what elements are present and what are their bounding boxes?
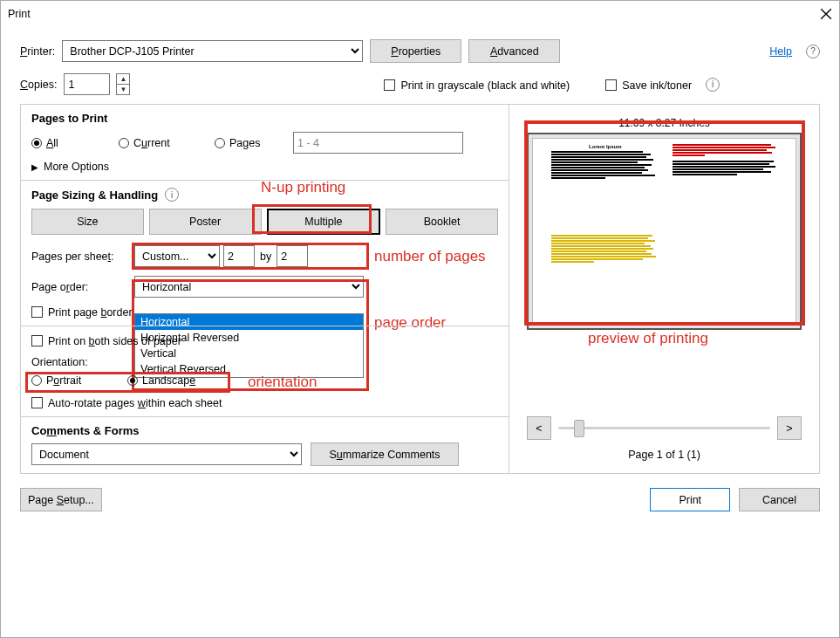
orientation-label: Orientation:: [31, 356, 498, 368]
page-indicator: Page 1 of 1 (1): [509, 445, 819, 473]
page-order-label: Page order:: [31, 281, 134, 293]
grayscale-checkbox[interactable]: Print in grayscale (black and white): [384, 78, 570, 92]
comments-select[interactable]: Document: [31, 443, 302, 465]
info-icon[interactable]: i: [165, 188, 179, 202]
printer-label: Printer:: [20, 45, 55, 58]
print-button[interactable]: Print: [650, 488, 730, 511]
window-title: Print: [8, 8, 820, 20]
radio-landscape[interactable]: Landscape: [127, 374, 232, 387]
print-page-border-checkbox[interactable]: Print page border: [31, 306, 133, 319]
pages-to-print-title: Pages to Print: [31, 112, 498, 125]
page-order-select[interactable]: Horizontal: [134, 276, 364, 298]
next-page-button[interactable]: >: [777, 416, 802, 440]
prev-page-button[interactable]: <: [527, 416, 551, 440]
advanced-button[interactable]: Advanced: [468, 39, 560, 63]
copies-label: Copies:: [20, 79, 57, 91]
close-icon[interactable]: [820, 8, 832, 20]
copies-input[interactable]: [64, 73, 110, 95]
more-options-toggle[interactable]: ▶ More Options: [31, 161, 498, 173]
summarize-comments-button[interactable]: Summarize Comments: [311, 442, 459, 466]
pps-by-label: by: [260, 250, 271, 263]
page-setup-button[interactable]: Page Setup...: [20, 488, 102, 511]
pages-per-sheet-label: Pages per sheet:: [31, 250, 134, 263]
annotation-preview: preview of printing: [588, 330, 708, 347]
info-icon[interactable]: i: [706, 78, 720, 92]
help-icon[interactable]: ?: [806, 45, 820, 58]
title-bar: Print: [1, 1, 839, 27]
tab-multiple[interactable]: Multiple: [267, 209, 381, 235]
annotation-nup: N-up printing: [261, 179, 345, 196]
save-ink-checkbox[interactable]: Save ink/toner: [605, 78, 692, 92]
annotation-orientation: orientation: [248, 374, 317, 391]
radio-pages[interactable]: Pages: [215, 136, 293, 149]
radio-portrait[interactable]: Portrait: [31, 374, 127, 387]
chevron-right-icon: ▶: [31, 162, 38, 172]
sizing-title: Page Sizing & Handling: [31, 189, 158, 202]
copies-spinner[interactable]: ▲▼: [116, 73, 130, 95]
print-preview: Lorem Ipsum: [527, 133, 802, 330]
pages-per-sheet-select[interactable]: Custom...: [134, 245, 220, 267]
print-both-sides-checkbox[interactable]: Print on both sides of paper: [31, 335, 181, 347]
printer-select[interactable]: Brother DCP-J105 Printer: [62, 40, 363, 62]
preview-dimensions: 11.69 x 8.27 Inches: [509, 105, 819, 129]
radio-current[interactable]: Current: [119, 136, 215, 149]
page-slider[interactable]: [558, 418, 770, 439]
page-range-input[interactable]: [293, 132, 463, 154]
help-link[interactable]: Help: [769, 45, 792, 58]
radio-all[interactable]: All: [31, 136, 119, 149]
pps-cols-input[interactable]: [223, 245, 255, 267]
cancel-button[interactable]: Cancel: [739, 488, 820, 511]
pps-rows-input[interactable]: [277, 245, 308, 267]
tab-size[interactable]: Size: [31, 209, 144, 235]
comments-title: Comments & Forms: [31, 424, 498, 437]
annotation-num-pages: number of pages: [374, 248, 486, 265]
properties-button[interactable]: Properties: [370, 39, 461, 63]
auto-rotate-checkbox[interactable]: Auto-rotate pages within each sheet: [31, 397, 222, 409]
tab-poster[interactable]: Poster: [149, 209, 262, 235]
tab-booklet[interactable]: Booklet: [386, 209, 498, 235]
